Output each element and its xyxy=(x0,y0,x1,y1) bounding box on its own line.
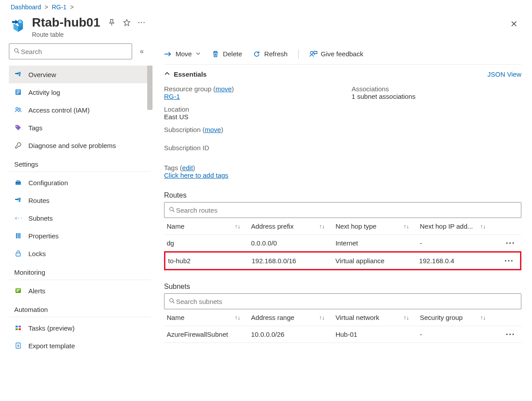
search-icon xyxy=(14,48,20,55)
activity-icon xyxy=(14,88,22,96)
route-row[interactable]: to-hub2192.168.0.0/16Virtual appliance19… xyxy=(164,251,521,270)
collapse-sidebar-icon[interactable]: « xyxy=(137,47,147,55)
sidebar-search-input[interactable] xyxy=(20,47,127,56)
svg-rect-26 xyxy=(16,326,18,327)
svg-point-11 xyxy=(16,108,18,110)
breadcrumb-sep: > xyxy=(45,4,48,11)
json-view-link[interactable]: JSON View xyxy=(488,70,521,78)
route-table-icon xyxy=(11,18,26,33)
sidebar-item-access-control-iam-[interactable]: Access control (IAM) xyxy=(9,101,151,119)
route-row[interactable]: dg0.0.0.0/0Internet-··· xyxy=(164,235,521,252)
sidebar-item-label: Configuration xyxy=(28,179,68,187)
svg-line-34 xyxy=(173,210,175,212)
move-button[interactable]: Move xyxy=(164,50,201,58)
svg-rect-28 xyxy=(19,326,21,327)
sidebar-item-label: Overview xyxy=(28,71,56,78)
favorite-icon[interactable] xyxy=(122,18,131,27)
routes-title: Routes xyxy=(164,191,521,199)
cell: Internet xyxy=(336,239,420,247)
page-header: Rtab-hub01 ··· Route table ✕ xyxy=(0,11,532,43)
col-name[interactable]: Name xyxy=(167,314,184,321)
feedback-button[interactable]: Give feedback xyxy=(309,50,364,58)
sidebar-item-alerts[interactable]: Alerts xyxy=(9,282,151,300)
pin-icon[interactable] xyxy=(107,18,116,27)
more-icon[interactable]: ··· xyxy=(137,18,146,27)
row-more-icon[interactable]: ··· xyxy=(497,332,519,337)
sort-icon[interactable]: ↑↓ xyxy=(319,314,325,321)
routes-search[interactable] xyxy=(164,202,521,218)
svg-point-12 xyxy=(19,108,20,110)
add-tags-link[interactable]: Click here to add tags xyxy=(164,171,228,179)
sidebar-item-properties[interactable]: Properties xyxy=(9,227,151,245)
svg-point-13 xyxy=(16,126,17,127)
col-hoptype[interactable]: Next hop type xyxy=(336,222,377,230)
sort-icon[interactable]: ↑↓ xyxy=(480,223,486,230)
svg-point-3 xyxy=(15,48,18,52)
svg-text:<··>: <··> xyxy=(15,216,22,221)
breadcrumb-item[interactable]: RG-1 xyxy=(52,4,66,11)
sort-icon[interactable]: ↑↓ xyxy=(480,314,486,321)
resource-group-link[interactable]: RG-1 xyxy=(164,93,180,100)
sidebar-item-label: Export template xyxy=(28,342,75,350)
breadcrumb-sep: > xyxy=(70,4,74,11)
svg-rect-25 xyxy=(16,291,19,292)
col-sg[interactable]: Security group xyxy=(420,314,463,321)
divider xyxy=(298,50,299,58)
sidebar-item-tags[interactable]: Tags xyxy=(9,119,151,136)
sort-icon[interactable]: ↑↓ xyxy=(403,314,409,321)
svg-rect-24 xyxy=(16,289,20,290)
subnets-search[interactable] xyxy=(164,293,521,309)
refresh-button[interactable]: Refresh xyxy=(253,50,288,58)
scrollbar-thumb[interactable] xyxy=(147,66,153,110)
subnet-row[interactable]: AzureFirewallSubnet10.0.0.0/26Hub-01-··· xyxy=(164,326,521,343)
sidebar-item-diagnose-and-solve-problems[interactable]: Diagnose and solve problems xyxy=(9,136,151,154)
col-vnet[interactable]: Virtual network xyxy=(336,314,379,321)
delete-button[interactable]: Delete xyxy=(211,50,242,58)
svg-point-35 xyxy=(170,298,173,302)
sidebar-search[interactable] xyxy=(9,43,132,59)
row-more-icon[interactable]: ··· xyxy=(495,259,517,263)
sort-icon[interactable]: ↑↓ xyxy=(319,223,325,230)
col-hopip[interactable]: Next hop IP add... xyxy=(420,222,473,230)
svg-rect-27 xyxy=(16,328,18,330)
move-link[interactable]: move xyxy=(215,85,232,93)
routes-header-row: Name↑↓ Address prefix↑↓ Next hop type↑↓ … xyxy=(164,218,521,235)
subnets-search-input[interactable] xyxy=(175,297,516,306)
close-icon[interactable]: ✕ xyxy=(507,17,521,31)
trash-icon xyxy=(211,50,219,58)
search-icon xyxy=(169,206,175,214)
sort-icon[interactable]: ↑↓ xyxy=(235,314,240,321)
col-name[interactable]: Name xyxy=(167,222,184,230)
tags-label-suffix: ) xyxy=(193,164,195,171)
sort-icon[interactable]: ↑↓ xyxy=(235,223,240,230)
svg-rect-15 xyxy=(16,182,21,183)
breadcrumb-item[interactable]: Dashboard xyxy=(11,4,41,11)
edit-tags-link[interactable]: edit xyxy=(182,164,193,171)
svg-rect-19 xyxy=(16,233,17,238)
sidebar-item-activity-log[interactable]: Activity log xyxy=(9,83,151,101)
sidebar-item-configuration[interactable]: Configuration xyxy=(9,174,151,191)
tags-label: Tags ( xyxy=(164,164,182,171)
sidebar-item-export-template[interactable]: Export template xyxy=(9,337,151,354)
row-more-icon[interactable]: ··· xyxy=(497,241,519,245)
sidebar-item-tasks-preview-[interactable]: Tasks (preview) xyxy=(9,319,151,337)
props-icon xyxy=(14,232,22,240)
sidebar-item-label: Alerts xyxy=(28,287,45,295)
sort-icon[interactable]: ↑↓ xyxy=(403,223,409,230)
sidebar-nav: OverviewActivity logAccess control (IAM)… xyxy=(9,66,151,354)
svg-rect-21 xyxy=(20,233,21,238)
col-prefix[interactable]: Address prefix xyxy=(251,222,293,230)
people-icon xyxy=(14,106,22,114)
col-range[interactable]: Address range xyxy=(251,314,294,321)
move-link[interactable]: move xyxy=(205,126,221,133)
essentials-toggle[interactable]: Essentials xyxy=(164,70,207,78)
ess-label-suffix: ) xyxy=(232,85,234,93)
routes-search-input[interactable] xyxy=(175,206,516,214)
routes-icon xyxy=(14,196,22,204)
sidebar-item-overview[interactable]: Overview xyxy=(9,66,151,83)
sidebar-item-subnets[interactable]: <··>Subnets xyxy=(9,209,151,227)
svg-rect-6 xyxy=(19,74,20,76)
sidebar-item-label: Tasks (preview) xyxy=(28,324,74,332)
sidebar-item-routes[interactable]: Routes xyxy=(9,191,151,209)
sidebar-item-locks[interactable]: Locks xyxy=(9,245,151,262)
